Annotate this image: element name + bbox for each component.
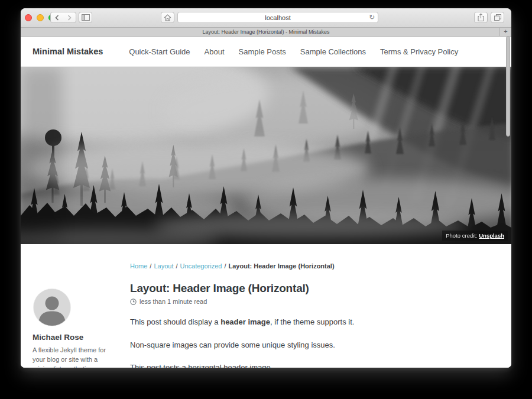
- nav-link-quick-start-guide[interactable]: Quick-Start Guide: [129, 47, 190, 56]
- reload-icon[interactable]: ↻: [369, 13, 375, 21]
- forward-button[interactable]: [63, 12, 76, 22]
- article-main: Home/Layout/Uncategorized/Layout: Header…: [121, 262, 499, 368]
- sidebar-icon: [82, 14, 90, 21]
- site-masthead: Minimal Mistakes Quick-Start Guide About…: [21, 37, 511, 67]
- breadcrumb-separator: /: [176, 262, 177, 270]
- paragraph-1: This post should display a header image,…: [130, 316, 499, 328]
- photo-credit-caption: Photo credit: Unsplash: [442, 231, 508, 241]
- breadcrumb-current: Layout: Header Image (Horizontal): [229, 262, 335, 270]
- active-tab[interactable]: Layout: Header Image (Horizontal) - Mini…: [202, 29, 329, 35]
- clock-icon: [130, 299, 137, 305]
- close-window-button[interactable]: [25, 14, 32, 21]
- breadcrumb: Home/Layout/Uncategorized/Layout: Header…: [130, 262, 499, 270]
- foggy-forest-illustration: [21, 67, 511, 244]
- chevron-right-icon: [67, 15, 72, 21]
- breadcrumb-link-uncategorized[interactable]: Uncategorized: [180, 262, 222, 270]
- paragraph-1-bold: header image: [220, 317, 270, 326]
- nav-link-terms-privacy[interactable]: Terms & Privacy Policy: [380, 47, 458, 56]
- post-body: This post should display a header image,…: [130, 316, 499, 368]
- page-viewport: Minimal Mistakes Quick-Start Guide About…: [21, 37, 511, 368]
- breadcrumb-link-layout[interactable]: Layout: [154, 262, 173, 270]
- unsplash-link[interactable]: Unsplash: [479, 232, 504, 239]
- author-bio: A flexible Jekyll theme for your blog or…: [33, 346, 109, 368]
- share-button[interactable]: [474, 12, 488, 23]
- person-silhouette-icon: [34, 289, 70, 326]
- header-image: Photo credit: Unsplash: [21, 67, 511, 244]
- tabs-icon: [494, 14, 502, 21]
- page-title: Layout: Header Image (Horizontal): [130, 282, 499, 295]
- caption-text: Photo credit:: [446, 232, 479, 239]
- nav-link-sample-posts[interactable]: Sample Posts: [239, 47, 286, 56]
- paragraph-2: Non-square images can provide some uniqu…: [130, 339, 499, 351]
- paragraph-1-text: This post should display a: [130, 317, 220, 326]
- author-name: Michael Rose: [33, 333, 121, 342]
- share-icon: [477, 13, 485, 22]
- content-area: Michael Rose A flexible Jekyll theme for…: [21, 244, 511, 368]
- show-tabs-button[interactable]: [491, 12, 504, 23]
- sidebar-toggle-button[interactable]: [79, 12, 92, 23]
- author-sidebar: Michael Rose A flexible Jekyll theme for…: [33, 289, 121, 368]
- home-button[interactable]: [161, 12, 174, 23]
- site-brand-link[interactable]: Minimal Mistakes: [33, 47, 103, 56]
- breadcrumb-separator: /: [224, 262, 226, 270]
- paragraph-3: This post tests a horizontal header imag…: [130, 362, 499, 368]
- history-nav-group: [50, 12, 76, 23]
- address-bar[interactable]: localhost ↻: [177, 12, 378, 23]
- paragraph-1-text-end: , if the theme supports it.: [270, 317, 354, 326]
- chevron-left-icon: [55, 15, 59, 21]
- nav-link-about[interactable]: About: [205, 47, 225, 56]
- vertical-scrollbar[interactable]: [506, 36, 510, 137]
- browser-window: localhost ↻ Layout: Header Image (Horizo…: [21, 8, 511, 368]
- breadcrumb-link-home[interactable]: Home: [130, 262, 147, 270]
- site-nav: Quick-Start Guide About Sample Posts Sam…: [129, 47, 458, 56]
- url-text: localhost: [265, 14, 290, 21]
- nav-link-sample-collections[interactable]: Sample Collections: [300, 47, 366, 56]
- browser-toolbar: localhost ↻: [21, 8, 511, 28]
- minimize-window-button[interactable]: [37, 14, 44, 21]
- read-time: less than 1 minute read: [140, 298, 207, 305]
- back-button[interactable]: [51, 12, 63, 22]
- avatar: [34, 289, 70, 326]
- post-meta: less than 1 minute read: [130, 298, 499, 305]
- tab-bar: Layout: Header Image (Horizontal) - Mini…: [21, 28, 511, 37]
- home-icon: [164, 14, 171, 21]
- new-tab-button[interactable]: +: [499, 28, 511, 36]
- breadcrumb-separator: /: [150, 262, 151, 270]
